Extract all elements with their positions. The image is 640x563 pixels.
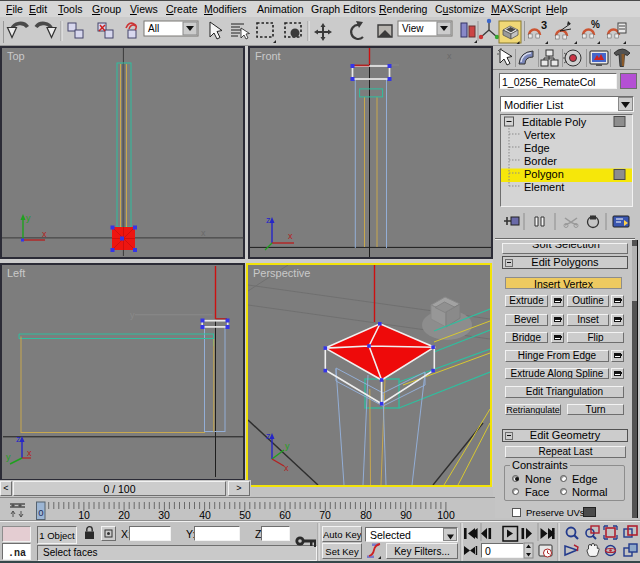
svg-text:Edge: Edge [524, 142, 550, 154]
svg-text:100: 100 [437, 509, 455, 521]
svg-text:View: View [402, 23, 424, 34]
svg-text:30: 30 [158, 509, 170, 521]
svg-text:x: x [201, 228, 206, 238]
svg-text:z: z [266, 431, 271, 441]
svg-text:3: 3 [541, 19, 547, 31]
svg-text:x: x [447, 51, 452, 61]
svg-text:0: 0 [38, 507, 43, 518]
svg-text:20: 20 [118, 509, 130, 521]
svg-text:90: 90 [400, 509, 412, 521]
svg-text:%: % [591, 19, 600, 30]
svg-text:x: x [42, 229, 47, 239]
svg-text:Element: Element [524, 181, 564, 193]
svg-text:All: All [148, 23, 159, 34]
svg-text:60: 60 [279, 509, 291, 521]
svg-text:Polygon: Polygon [524, 168, 564, 180]
svg-text:Vertex: Vertex [524, 129, 556, 141]
svg-text:Editable Poly: Editable Poly [522, 116, 587, 128]
svg-text:y: y [26, 213, 31, 223]
svg-text:x: x [284, 463, 289, 473]
svg-text:70: 70 [319, 509, 331, 521]
svg-text:40: 40 [199, 509, 211, 521]
svg-text:y: y [6, 452, 11, 462]
svg-text:y: y [130, 310, 135, 320]
svg-text:10: 10 [78, 509, 90, 521]
svg-text:x: x [288, 231, 293, 241]
svg-text:z: z [266, 215, 271, 225]
svg-text:80: 80 [360, 509, 372, 521]
svg-text:50: 50 [239, 509, 251, 521]
svg-text:x: x [27, 448, 32, 458]
svg-text:Border: Border [524, 155, 557, 167]
svg-text:z: z [16, 434, 21, 444]
svg-text:y: y [285, 441, 290, 451]
